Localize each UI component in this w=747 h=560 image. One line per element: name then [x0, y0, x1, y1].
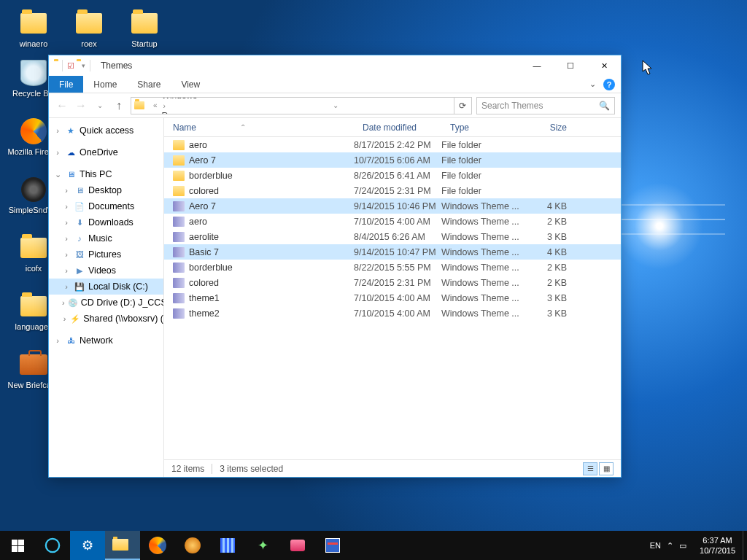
file-row[interactable]: Basic 79/14/2015 10:47 PMWindows Theme .…: [164, 244, 621, 260]
ribbon-expand-icon[interactable]: ⌄: [589, 79, 596, 89]
file-name: Basic 7: [189, 247, 219, 257]
file-row[interactable]: aero8/17/2015 2:42 PMFile folder: [164, 137, 621, 152]
file-row[interactable]: theme17/10/2015 4:00 AMWindows Theme ...…: [164, 290, 621, 306]
search-input[interactable]: Search Themes 🔍: [476, 97, 615, 114]
file-date: 8/4/2015 6:26 AM: [354, 232, 441, 242]
nav-desktop[interactable]: ›🖥Desktop: [49, 182, 163, 198]
nav-music[interactable]: ›♪Music: [49, 230, 163, 246]
taskbar-edge[interactable]: [35, 531, 70, 560]
search-icon: 🔍: [599, 101, 610, 111]
file-type: Windows Theme ...: [441, 232, 527, 242]
refresh-button[interactable]: ⟳: [454, 98, 470, 114]
file-row[interactable]: theme27/10/2015 4:00 AMWindows Theme ...…: [164, 306, 621, 321]
view-details-button[interactable]: ☰: [583, 462, 597, 475]
nav-cd-drive-d-j_ccs[interactable]: ›💿CD Drive (D:) J_CCS: [49, 295, 163, 311]
file-date: 7/10/2015 4:00 AM: [354, 293, 441, 303]
tray-overflow-icon[interactable]: ⌃: [667, 541, 673, 551]
file-row[interactable]: aero7/10/2015 4:00 AMWindows Theme ...2 …: [164, 214, 621, 229]
maximize-button[interactable]: ☐: [554, 55, 587, 76]
tray-language[interactable]: EN: [650, 541, 661, 550]
taskbar-app-3[interactable]: ✦: [245, 531, 280, 560]
nav-quick-access[interactable]: ›★Quick access: [49, 122, 163, 139]
help-icon[interactable]: ?: [603, 79, 615, 90]
qat-properties-icon[interactable]: ☑: [67, 61, 74, 71]
nav-network[interactable]: ›🖧Network: [49, 332, 163, 349]
taskbar-app-4[interactable]: [280, 531, 315, 560]
nav-forward-button[interactable]: →: [74, 98, 88, 113]
taskbar-app-5[interactable]: [315, 531, 350, 560]
file-row[interactable]: colored7/24/2015 2:31 PMWindows Theme ..…: [164, 275, 621, 290]
taskbar-explorer[interactable]: [105, 531, 140, 560]
tray-action-center-icon[interactable]: ▭: [679, 541, 686, 551]
nav-history-dropdown[interactable]: ⌄: [93, 98, 107, 113]
file-list[interactable]: aero8/17/2015 2:42 PMFile folderAero 710…: [164, 137, 621, 459]
nav-local-disk-c-[interactable]: ›💾Local Disk (C:): [49, 279, 163, 295]
qat-newfolder-icon[interactable]: [76, 61, 80, 70]
file-row[interactable]: Aero 710/7/2015 6:06 AMFile folder: [164, 152, 621, 168]
nav-documents[interactable]: ›📄Documents: [49, 198, 163, 214]
nav-pictures[interactable]: ›🖼Pictures: [49, 246, 163, 262]
file-row[interactable]: borderblue8/26/2015 6:41 AMFile folder: [164, 168, 621, 183]
taskbar-settings[interactable]: ⚙: [70, 531, 105, 560]
drive-icon: 🖥: [74, 184, 85, 196]
chevron-right-icon[interactable]: ›: [160, 102, 169, 110]
folder-icon: [173, 171, 185, 181]
desktop-icon-roex[interactable]: roex: [61, 6, 117, 51]
taskbar-clock[interactable]: 6:37 AM 10/7/2015: [692, 535, 743, 556]
nav-shared-vboxsrv-[interactable]: ›⚡Shared (\\vboxsrv) (: [49, 311, 163, 327]
file-row[interactable]: aerolite8/4/2015 6:26 AMWindows Theme ..…: [164, 229, 621, 244]
breadcrumb-seg[interactable]: Resources: [160, 111, 221, 114]
view-thumbnails-button[interactable]: ▦: [599, 462, 614, 475]
col-size[interactable]: Size: [527, 118, 578, 136]
nav-this-pc[interactable]: ⌄🖥This PC: [49, 166, 163, 182]
minimize-button[interactable]: —: [520, 55, 554, 76]
desktop-icon-label: languages: [15, 322, 53, 331]
folder-icon: [173, 155, 185, 166]
file-row[interactable]: colored7/24/2015 2:31 PMFile folder: [164, 183, 621, 198]
drive-icon: ⚡: [70, 313, 80, 324]
col-date[interactable]: Date modified: [354, 118, 441, 136]
taskbar-firefox[interactable]: [140, 531, 175, 560]
show-desktop-button[interactable]: [743, 531, 747, 560]
nav-downloads[interactable]: ›⬇Downloads: [49, 214, 163, 230]
file-name: aero: [189, 217, 207, 227]
desktop-icon-label: winaero: [20, 39, 48, 48]
tab-share[interactable]: Share: [127, 76, 171, 93]
file-name: borderblue: [189, 262, 233, 273]
file-row[interactable]: borderblue8/22/2015 5:55 PMWindows Theme…: [164, 260, 621, 275]
address-dropdown-icon[interactable]: ⌄: [330, 101, 341, 109]
desktop-icon-startup[interactable]: Startup: [117, 6, 172, 51]
nav-onedrive[interactable]: ›☁OneDrive: [49, 144, 163, 160]
desktop-icon-label: roex: [81, 39, 96, 48]
file-row[interactable]: Aero 79/14/2015 10:46 PMWindows Theme ..…: [164, 198, 621, 214]
status-item-count: 12 items: [171, 464, 204, 474]
breadcrumb-prefix[interactable]: «: [150, 101, 160, 109]
tab-file[interactable]: File: [49, 76, 83, 93]
column-headers: Name⌃ Date modified Type Size: [164, 118, 621, 137]
folder-icon: [19, 9, 48, 38]
address-bar[interactable]: « Local Disk (C:)›Windows›Resources›Them…: [131, 97, 472, 114]
folder-icon: [173, 140, 185, 150]
file-date: 7/10/2015 4:00 AM: [354, 308, 441, 319]
folder-icon: [19, 292, 48, 321]
desktop-icon-winaero[interactable]: winaero: [6, 6, 61, 51]
breadcrumb-seg[interactable]: Windows: [160, 97, 221, 101]
titlebar[interactable]: ☑ ▾ Themes — ☐ ✕: [49, 55, 621, 76]
search-placeholder: Search Themes: [481, 101, 543, 111]
nav-up-button[interactable]: ↑: [112, 98, 126, 113]
tab-view[interactable]: View: [171, 76, 210, 93]
file-date: 8/26/2015 6:41 AM: [354, 171, 441, 181]
file-list-pane: Name⌃ Date modified Type Size aero8/17/2…: [164, 118, 621, 477]
file-name: theme1: [189, 293, 220, 303]
taskbar-app-1[interactable]: [175, 531, 210, 560]
col-name[interactable]: Name⌃: [164, 118, 354, 136]
col-type[interactable]: Type: [441, 118, 527, 136]
tab-home[interactable]: Home: [83, 76, 127, 93]
close-button[interactable]: ✕: [587, 55, 621, 76]
start-button[interactable]: [0, 531, 35, 560]
drive-icon: 💿: [68, 297, 78, 308]
taskbar-app-2[interactable]: [210, 531, 245, 560]
drive-icon: 🖼: [74, 249, 85, 260]
nav-back-button[interactable]: ←: [55, 98, 69, 113]
nav-videos[interactable]: ›▶Videos: [49, 262, 163, 279]
